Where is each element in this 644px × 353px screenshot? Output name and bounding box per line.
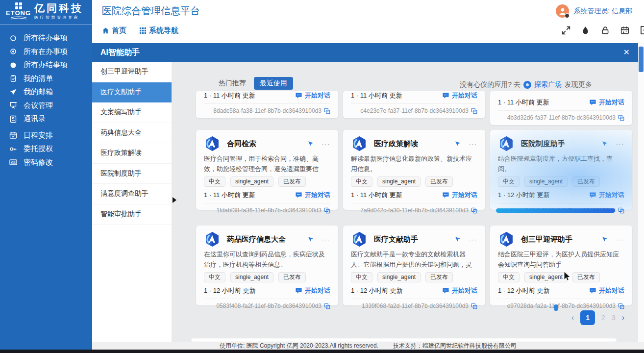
assistant-card[interactable]: 创三甲迎评助手 ··· 结合医院三甲迎评，为医护人员提供应知应会知识查询与问答助… — [490, 226, 632, 305]
sidebar-item-todo[interactable]: 所有待办事项 — [0, 31, 92, 45]
sidebar-item-done[interactable]: 所有办结事项 — [0, 58, 92, 72]
start-chat-button[interactable]: 开始对话 — [442, 286, 477, 295]
fullscreen-icon[interactable] — [561, 25, 570, 35]
more-menu-icon[interactable]: ··· — [322, 236, 331, 243]
assistant-card[interactable]: 药品医疗信息大全 ··· 在这里你可以查询到药品信息，疾病症状及治疗，医疗机构等… — [196, 226, 338, 305]
assistant-card-partial[interactable]: 1 · 11 小时前 更新 开始对话 8dadc58a-fa38-11ef-8b… — [196, 91, 338, 118]
card-tags: 中文single_agent已发布 — [204, 176, 330, 187]
assistant-card[interactable]: 医疗文献助手 ··· 医疗文献助手是一款专业的文献检索机器人。它能根据用户提供的… — [343, 226, 485, 305]
sidebar-item-meeting[interactable]: 会议管理 — [0, 99, 92, 113]
more-menu-icon[interactable]: ··· — [616, 140, 625, 148]
chat-bubble-icon — [589, 192, 596, 199]
assistant-list-item[interactable]: 药典信息大全 — [92, 123, 172, 144]
close-icon[interactable]: ✕ — [623, 49, 630, 56]
card-description: 解读最新医疗信息化最新的政策、新技术应用信息。 — [351, 154, 477, 174]
sidebar-item-schedule[interactable]: 日程安排 — [0, 129, 92, 143]
start-chat-label: 开始对话 — [452, 286, 477, 295]
assistant-card-partial[interactable]: 1 · 11 小时前 更新 开始对话 c4e23e7e-fa37-11ef-8b… — [343, 91, 485, 118]
assistant-card[interactable]: 医疗政策解读 ··· 解读最新医疗信息化最新的政策、新技术应用信息。 中文sin… — [343, 130, 485, 210]
start-chat-button[interactable]: 开始对话 — [589, 98, 624, 107]
start-chat-button[interactable]: 开始对话 — [295, 191, 330, 200]
nav-system[interactable]: 系统导航 — [139, 26, 178, 35]
vertical-scrollbar-thumb[interactable] — [639, 47, 644, 72]
copy-icon[interactable] — [324, 108, 330, 114]
assistant-list-label: 医疗文献助手 — [100, 88, 142, 97]
contacts-icon — [9, 115, 17, 123]
sidebar-item-mailbox[interactable]: 我的邮箱 — [0, 85, 92, 99]
start-chat-label: 开始对话 — [305, 191, 330, 200]
assistant-list-item[interactable]: 创三甲迎评助手 — [92, 62, 172, 82]
horizontal-scrollbar[interactable] — [191, 338, 617, 342]
copy-icon[interactable] — [324, 303, 330, 309]
tag-agent-type: single_agent — [524, 272, 568, 282]
page-1-active[interactable]: 1 — [580, 310, 595, 325]
start-chat-button[interactable]: 开始对话 — [295, 286, 330, 295]
grid-icon — [139, 27, 147, 34]
card-uuid: 8dadc58a-fa38-11ef-8b7b-dc36439100d3 — [213, 107, 322, 114]
copy-icon[interactable] — [471, 303, 477, 309]
tab-bar: 热门推荐 最近使用 — [219, 77, 293, 90]
pagination: ‹ 1 2 3 › — [571, 310, 624, 325]
copy-icon[interactable] — [324, 207, 330, 214]
start-chat-button[interactable]: 开始对话 — [589, 191, 624, 200]
sidebar-item-inprogress[interactable]: 所有在办事项 — [0, 45, 92, 59]
assistant-card[interactable]: 合同检索 ··· 医疗合同管理，用于检索合同，准确、高效，助您轻松管理合同，避免… — [196, 130, 338, 210]
page-3[interactable]: 3 — [612, 314, 616, 322]
start-chat-button[interactable]: 开始对话 — [589, 286, 624, 295]
assistant-list-item[interactable]: 文案编写助手 — [92, 102, 172, 123]
app-logo-icon — [498, 135, 515, 152]
card-updated: 1 · 12 小时前 更新 — [498, 191, 549, 200]
copy-icon[interactable] — [618, 207, 624, 214]
explore-plaza-link[interactable]: 探索广场 — [534, 80, 562, 89]
start-chat-button[interactable]: 开始对话 — [442, 91, 477, 100]
vertical-scrollbar-track[interactable] — [638, 43, 644, 343]
page-prev-icon[interactable]: ‹ — [571, 313, 574, 322]
app-logo-icon — [351, 231, 368, 248]
collapse-arrow-icon[interactable] — [173, 197, 176, 203]
lock-icon[interactable] — [600, 25, 610, 35]
more-menu-icon[interactable]: ··· — [469, 236, 478, 243]
start-chat-button[interactable]: 开始对话 — [442, 191, 477, 200]
start-chat-label: 开始对话 — [452, 91, 477, 100]
sidebar-item-delegate[interactable]: 委托授权 — [0, 142, 92, 156]
more-menu-icon[interactable]: ··· — [469, 140, 478, 148]
sidebar-item-label: 密码修改 — [24, 158, 53, 167]
ai-panel-header: AI智能助手 ✕ — [92, 43, 638, 62]
start-chat-button[interactable]: 开始对话 — [295, 91, 330, 100]
page-next-icon[interactable]: › — [622, 313, 624, 322]
more-menu-icon[interactable]: ··· — [322, 140, 331, 148]
logout-icon[interactable] — [640, 25, 644, 35]
chat-bubble-icon — [295, 92, 302, 99]
sidebar-item-label: 我的邮箱 — [24, 87, 53, 97]
assistant-list-item[interactable]: 医院制度助手 — [92, 164, 172, 184]
calendar-icon[interactable] — [620, 25, 629, 35]
assistant-list-item[interactable]: 医疗政策解读 — [92, 143, 172, 164]
sidebar-item-password[interactable]: 密码修改 — [0, 156, 92, 170]
footer-support: 技术支持：福建亿同世纪软件科技股份有限公司 — [393, 342, 517, 350]
tag-agent-type: single_agent — [377, 272, 421, 282]
copy-icon[interactable] — [618, 303, 624, 309]
tag-status: 已发布 — [278, 272, 306, 282]
copy-icon[interactable] — [471, 108, 477, 114]
more-menu-icon[interactable]: ··· — [616, 236, 625, 243]
card-tags: 中文single_agent已发布 — [204, 272, 330, 282]
assistant-card-highlighted[interactable]: 医院制度助手 ··· 结合医院规章制度库，方便职工查找，查阅。 中文single… — [490, 130, 632, 210]
assistant-card-partial[interactable]: 1 · 11 小时前 更新 开始对话 4b3d32d6-fa37-11ef-8b… — [490, 91, 632, 125]
droplet-icon[interactable] — [581, 25, 590, 35]
card-tags: 中文single_agent已发布 — [498, 272, 624, 282]
copy-icon[interactable] — [471, 207, 477, 214]
assistant-list-item-selected[interactable]: 医疗文献助手 — [92, 82, 172, 103]
assistant-list-item[interactable]: 智能审批助手 — [92, 204, 172, 225]
nav-home[interactable]: 首页 — [102, 26, 126, 35]
sidebar-item-mylist[interactable]: 我的清单 — [0, 72, 92, 86]
page-2[interactable]: 2 — [601, 314, 605, 322]
brand-name: 亿同科技 — [34, 2, 83, 14]
circle-outline-icon — [9, 34, 17, 42]
tag-language: 中文 — [204, 272, 225, 282]
user-info[interactable]: 系统管理员: 信息部 — [556, 4, 632, 18]
sidebar-item-contacts[interactable]: 通讯录 — [0, 112, 92, 126]
tab-hot-recommend[interactable]: 热门推荐 — [219, 79, 246, 88]
tab-recently-used[interactable]: 最近使用 — [254, 77, 293, 90]
assistant-list-item[interactable]: 满意度调查助手 — [92, 184, 172, 204]
copy-icon[interactable] — [618, 115, 624, 121]
